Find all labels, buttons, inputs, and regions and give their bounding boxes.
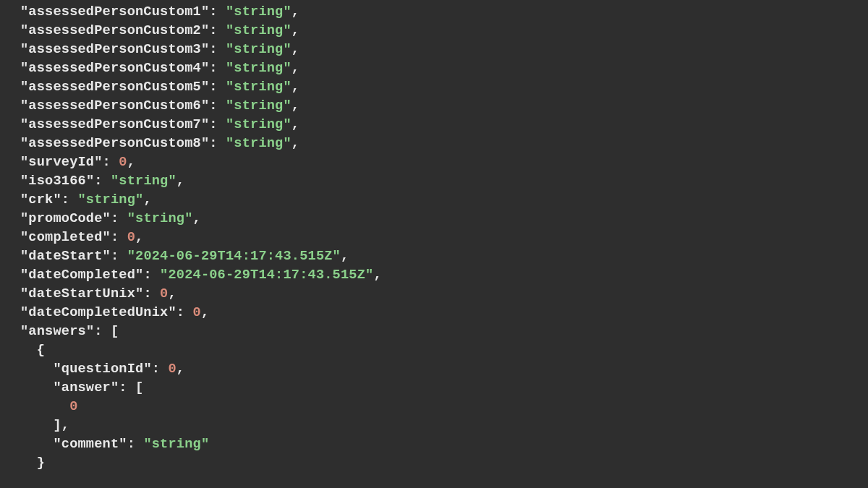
json-code-block: "assessedPersonCustom1": "string", "asse… <box>0 0 868 473</box>
